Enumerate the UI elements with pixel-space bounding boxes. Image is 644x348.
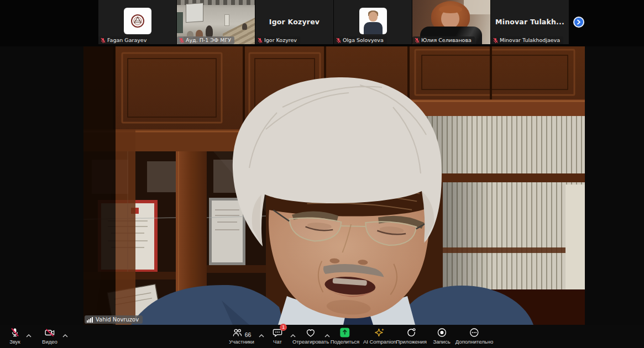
muted-camera-icon [44,327,56,338]
participant-display-name: Minovar Tulakh... [491,18,569,26]
chalkboard [177,12,183,33]
person-silhouette [242,23,247,30]
speaker-name: Vahid Novruzov [96,315,139,324]
muted-mic-icon [258,38,263,44]
speaker-name-badge: Vahid Novruzov [85,315,143,324]
participants-options-chevron[interactable] [258,330,265,334]
share-screen-button[interactable]: Поделиться [331,326,359,345]
more-label: Дополнительно [455,339,493,345]
participant-name-badge: Minovar Tulakhodjaeva [491,36,563,44]
participant-thumbnail-minovar[interactable]: Minovar Tulakh... Minovar Tulakhodjaeva [491,0,569,44]
speaker-video-feed [83,46,585,325]
more-button[interactable]: Дополнительно [455,326,493,345]
muted-mic-icon [179,38,184,44]
muted-mic-icon [415,38,420,44]
meeting-toolbar: Звук Видео [0,325,644,348]
active-speaker-video[interactable]: Vahid Novruzov [83,46,585,325]
participant-thumbnail-igor[interactable]: Igor Kozyrev Igor Kozyrev [255,0,333,44]
participant-name: Ауд. П-1 ЭФ МГУ [186,36,231,44]
participant-thumbnail-aud-msu[interactable]: Ауд. П-1 ЭФ МГУ [177,0,255,44]
person-silhouette [206,25,213,38]
next-participants-page-button[interactable] [573,17,584,28]
chevron-up-icon [62,334,69,338]
avatar-face [369,12,378,22]
react-options-chevron[interactable] [324,330,331,334]
participant-name: Fagan Garayev [107,36,146,44]
record-label: Запись [433,339,450,345]
share-label: Поделиться [331,339,359,345]
participant-name-badge: Ауд. П-1 ЭФ МГУ [177,36,234,44]
ai-sparkle-icon [374,327,386,338]
participant-name-badge: Igor Kozyrev [255,36,300,44]
muted-mic-icon [101,38,106,44]
video-button[interactable]: Видео [42,326,57,345]
participant-name: Olga Solovyeva [343,36,384,44]
organization-logo-icon [128,13,147,29]
participant-display-name: Igor Kozyrev [255,18,333,26]
react-label: Отреагировать [292,339,329,345]
participant-thumbnail-yulia[interactable]: Юлия Селиванова [412,0,490,44]
participants-icon [232,327,243,338]
participant-name: Igor Kozyrev [264,36,297,44]
audio-label: Звук [9,339,20,345]
avatar [359,8,387,34]
participants-label: Участники [229,339,254,345]
participant-name-badge: Fagan Garayev [98,36,150,44]
participants-count: 66 [245,331,252,338]
avatar [124,8,151,34]
audio-options-chevron[interactable] [25,330,32,334]
heart-icon [305,327,316,338]
apps-icon [406,327,417,338]
avatar-torso [364,22,383,34]
chat-button[interactable]: 1 Чат [272,326,283,345]
apps-label: Приложения [396,339,427,345]
wall-poster [224,14,229,26]
share-screen-icon [339,327,350,338]
chevron-right-icon [577,19,581,25]
participant-name: Minovar Tulakhodjaeva [500,36,560,44]
video-options-chevron[interactable] [62,330,69,334]
participants-filmstrip: Fagan Garayev Ауд. П-1 ЭФ МГУ [0,0,644,46]
participant-thumbnail-olga[interactable]: Olga Solovyeva [334,0,412,44]
participant-thumbnail-fagan[interactable]: Fagan Garayev [98,0,176,44]
record-icon [436,327,447,338]
apps-button[interactable]: Приложения [396,326,427,345]
chat-label: Чат [273,339,282,345]
audio-button[interactable]: Звук [9,326,20,345]
ai-companion-label: AI Companion [363,339,396,345]
projector-screen [186,3,203,22]
chat-unread-badge: 1 [280,324,287,331]
chevron-up-icon [25,334,32,338]
participant-hair-fringe [439,6,462,13]
participant-name-badge: Юлия Селиванова [412,36,475,44]
chevron-up-icon [258,334,265,338]
participant-name: Юлия Селиванова [421,36,472,44]
zoom-meeting-window: Fagan Garayev Ауд. П-1 ЭФ МГУ [0,0,644,348]
chevron-up-icon [324,334,331,338]
record-button[interactable]: Запись [433,326,450,345]
participant-name-badge: Olga Solovyeva [334,36,387,44]
video-label: Видео [42,339,57,345]
participants-button[interactable]: 66 Участники [229,326,254,345]
ellipsis-icon [469,327,480,338]
ai-companion-button[interactable]: AI Companion [363,326,396,345]
muted-mic-icon [9,327,20,338]
muted-mic-icon [493,38,498,44]
muted-mic-icon [336,38,341,44]
audio-level-icon [87,317,93,323]
